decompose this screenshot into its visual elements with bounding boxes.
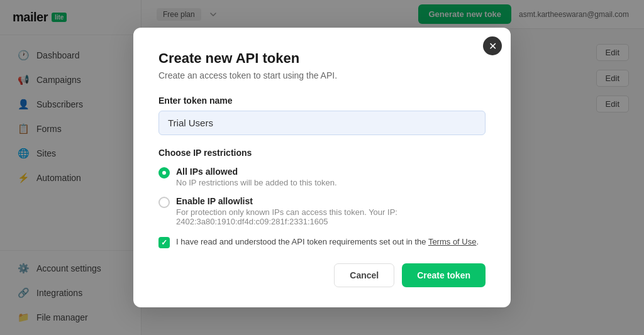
close-icon: ✕ xyxy=(489,40,497,52)
terms-checkbox[interactable] xyxy=(158,237,170,248)
enable-allowlist-radio[interactable] xyxy=(158,197,170,208)
modal-footer: Cancel Create token xyxy=(158,263,486,287)
terms-link[interactable]: Terms of Use xyxy=(428,237,477,246)
cancel-button[interactable]: Cancel xyxy=(334,263,394,287)
token-name-label: Enter token name xyxy=(158,96,486,106)
modal-overlay: ✕ Create new API token Create an access … xyxy=(0,0,644,335)
all-ips-option[interactable]: All IPs allowed No IP restrictions will … xyxy=(158,167,486,187)
terms-period: . xyxy=(476,237,479,246)
all-ips-title: All IPs allowed xyxy=(176,167,337,177)
create-api-token-modal: ✕ Create new API token Create an access … xyxy=(133,28,511,307)
terms-checkbox-row: I have read and understood the API token… xyxy=(158,236,486,248)
all-ips-radio[interactable] xyxy=(158,167,170,178)
modal-subtitle: Create an access token to start using th… xyxy=(158,70,486,80)
create-token-button[interactable]: Create token xyxy=(402,263,486,287)
enable-allowlist-desc: For protection only known IPs can access… xyxy=(176,207,486,226)
modal-close-button[interactable]: ✕ xyxy=(483,36,502,55)
token-name-input[interactable] xyxy=(158,111,486,135)
terms-text: I have read and understood the API token… xyxy=(176,237,426,246)
terms-label: I have read and understood the API token… xyxy=(176,236,479,248)
all-ips-desc: No IP restrictions will be added to this… xyxy=(176,178,337,187)
modal-title: Create new API token xyxy=(158,50,486,67)
enable-allowlist-title: Enable IP allowlist xyxy=(176,196,486,206)
ip-restrictions-label: Choose IP restrictions xyxy=(158,148,486,158)
enable-allowlist-option[interactable]: Enable IP allowlist For protection only … xyxy=(158,196,486,226)
